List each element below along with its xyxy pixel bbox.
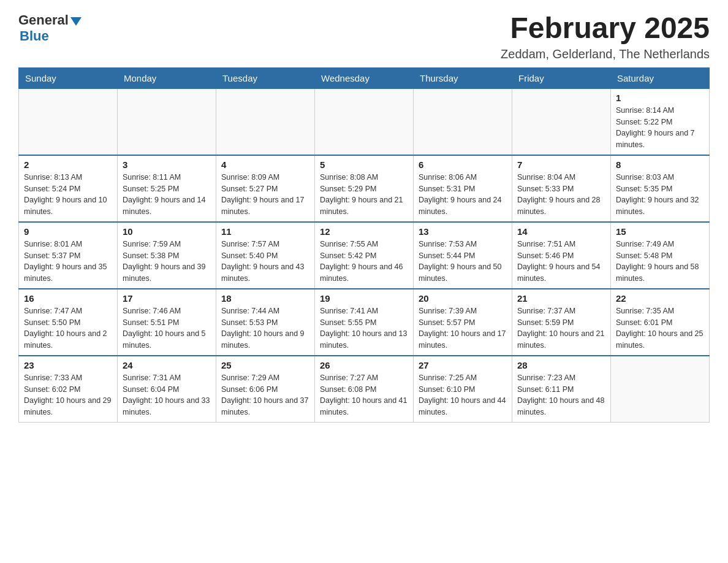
day-info: Sunrise: 7:53 AMSunset: 5:44 PMDaylight:…	[419, 239, 507, 285]
day-info: Sunrise: 7:39 AMSunset: 5:57 PMDaylight:…	[419, 305, 507, 351]
day-number: 12	[320, 226, 408, 237]
calendar-cell	[611, 356, 710, 423]
day-info: Sunrise: 7:33 AMSunset: 6:02 PMDaylight:…	[24, 372, 112, 418]
calendar-cell: 4Sunrise: 8:09 AMSunset: 5:27 PMDaylight…	[216, 155, 315, 222]
calendar-cell: 3Sunrise: 8:11 AMSunset: 5:25 PMDaylight…	[118, 155, 216, 222]
calendar-cell: 20Sunrise: 7:39 AMSunset: 5:57 PMDayligh…	[414, 289, 512, 356]
calendar-cell: 21Sunrise: 7:37 AMSunset: 5:59 PMDayligh…	[512, 289, 611, 356]
day-number: 14	[517, 226, 605, 237]
calendar-cell: 6Sunrise: 8:06 AMSunset: 5:31 PMDaylight…	[414, 155, 512, 222]
day-info: Sunrise: 7:55 AMSunset: 5:42 PMDaylight:…	[320, 239, 408, 285]
day-number: 19	[320, 293, 408, 304]
day-info: Sunrise: 7:41 AMSunset: 5:55 PMDaylight:…	[320, 305, 408, 351]
day-number: 21	[517, 293, 605, 304]
calendar-cell: 1Sunrise: 8:14 AMSunset: 5:22 PMDaylight…	[611, 88, 710, 155]
calendar-cell	[118, 88, 216, 155]
day-number: 6	[419, 159, 507, 170]
day-number: 13	[419, 226, 507, 237]
day-number: 27	[419, 360, 507, 370]
calendar-cell: 19Sunrise: 7:41 AMSunset: 5:55 PMDayligh…	[315, 289, 414, 356]
weekday-header-row: SundayMondayTuesdayWednesdayThursdayFrid…	[19, 67, 710, 88]
day-number: 9	[24, 226, 112, 237]
day-number: 10	[123, 226, 211, 237]
day-number: 24	[123, 360, 211, 370]
day-number: 2	[24, 159, 112, 170]
title-section: February 2025 Zeddam, Gelderland, The Ne…	[501, 12, 710, 61]
calendar-cell: 16Sunrise: 7:47 AMSunset: 5:50 PMDayligh…	[19, 289, 118, 356]
calendar-cell: 23Sunrise: 7:33 AMSunset: 6:02 PMDayligh…	[19, 356, 118, 423]
day-number: 8	[616, 159, 704, 170]
calendar-cell: 22Sunrise: 7:35 AMSunset: 6:01 PMDayligh…	[611, 289, 710, 356]
calendar-cell: 24Sunrise: 7:31 AMSunset: 6:04 PMDayligh…	[118, 356, 216, 423]
day-number: 22	[616, 293, 704, 304]
weekday-header-thursday: Thursday	[414, 67, 512, 88]
day-info: Sunrise: 8:03 AMSunset: 5:35 PMDaylight:…	[616, 172, 704, 218]
calendar-cell: 17Sunrise: 7:46 AMSunset: 5:51 PMDayligh…	[118, 289, 216, 356]
calendar-cell: 28Sunrise: 7:23 AMSunset: 6:11 PMDayligh…	[512, 356, 611, 423]
day-number: 5	[320, 159, 408, 170]
day-number: 23	[24, 360, 112, 370]
day-number: 4	[221, 159, 309, 170]
calendar-title: February 2025	[501, 12, 710, 45]
day-info: Sunrise: 8:01 AMSunset: 5:37 PMDaylight:…	[24, 239, 112, 285]
weekday-header-tuesday: Tuesday	[216, 67, 315, 88]
day-info: Sunrise: 7:59 AMSunset: 5:38 PMDaylight:…	[123, 239, 211, 285]
day-info: Sunrise: 8:04 AMSunset: 5:33 PMDaylight:…	[517, 172, 605, 218]
calendar-cell: 14Sunrise: 7:51 AMSunset: 5:46 PMDayligh…	[512, 222, 611, 289]
day-info: Sunrise: 7:23 AMSunset: 6:11 PMDaylight:…	[517, 372, 605, 418]
day-number: 26	[320, 360, 408, 370]
weekday-header-sunday: Sunday	[19, 67, 118, 88]
calendar-cell: 25Sunrise: 7:29 AMSunset: 6:06 PMDayligh…	[216, 356, 315, 423]
weekday-header-friday: Friday	[512, 67, 611, 88]
day-info: Sunrise: 7:51 AMSunset: 5:46 PMDaylight:…	[517, 239, 605, 285]
day-info: Sunrise: 8:08 AMSunset: 5:29 PMDaylight:…	[320, 172, 408, 218]
calendar-cell: 15Sunrise: 7:49 AMSunset: 5:48 PMDayligh…	[611, 222, 710, 289]
calendar-subtitle: Zeddam, Gelderland, The Netherlands	[501, 47, 710, 61]
calendar-cell: 7Sunrise: 8:04 AMSunset: 5:33 PMDaylight…	[512, 155, 611, 222]
calendar-cell: 9Sunrise: 8:01 AMSunset: 5:37 PMDaylight…	[19, 222, 118, 289]
day-number: 25	[221, 360, 309, 370]
calendar-cell	[216, 88, 315, 155]
calendar-cell: 5Sunrise: 8:08 AMSunset: 5:29 PMDaylight…	[315, 155, 414, 222]
day-number: 28	[517, 360, 605, 370]
calendar-cell: 13Sunrise: 7:53 AMSunset: 5:44 PMDayligh…	[414, 222, 512, 289]
day-number: 7	[517, 159, 605, 170]
calendar-cell	[512, 88, 611, 155]
day-number: 1	[616, 93, 704, 103]
calendar-cell: 26Sunrise: 7:27 AMSunset: 6:08 PMDayligh…	[315, 356, 414, 423]
day-number: 20	[419, 293, 507, 304]
calendar-cell: 2Sunrise: 8:13 AMSunset: 5:24 PMDaylight…	[19, 155, 118, 222]
calendar-cell: 10Sunrise: 7:59 AMSunset: 5:38 PMDayligh…	[118, 222, 216, 289]
day-info: Sunrise: 8:09 AMSunset: 5:27 PMDaylight:…	[221, 172, 309, 218]
day-info: Sunrise: 8:13 AMSunset: 5:24 PMDaylight:…	[24, 172, 112, 218]
day-info: Sunrise: 8:06 AMSunset: 5:31 PMDaylight:…	[419, 172, 507, 218]
calendar-table: SundayMondayTuesdayWednesdayThursdayFrid…	[18, 67, 710, 423]
calendar-cell: 27Sunrise: 7:25 AMSunset: 6:10 PMDayligh…	[414, 356, 512, 423]
calendar-cell: 8Sunrise: 8:03 AMSunset: 5:35 PMDaylight…	[611, 155, 710, 222]
calendar-cell	[414, 88, 512, 155]
calendar-week-row: 9Sunrise: 8:01 AMSunset: 5:37 PMDaylight…	[19, 222, 710, 289]
calendar-week-row: 1Sunrise: 8:14 AMSunset: 5:22 PMDaylight…	[19, 88, 710, 155]
day-number: 3	[123, 159, 211, 170]
day-info: Sunrise: 7:35 AMSunset: 6:01 PMDaylight:…	[616, 305, 704, 351]
day-info: Sunrise: 7:29 AMSunset: 6:06 PMDaylight:…	[221, 372, 309, 418]
calendar-cell: 12Sunrise: 7:55 AMSunset: 5:42 PMDayligh…	[315, 222, 414, 289]
day-info: Sunrise: 8:11 AMSunset: 5:25 PMDaylight:…	[123, 172, 211, 218]
day-info: Sunrise: 7:25 AMSunset: 6:10 PMDaylight:…	[419, 372, 507, 418]
calendar-week-row: 23Sunrise: 7:33 AMSunset: 6:02 PMDayligh…	[19, 356, 710, 423]
day-info: Sunrise: 7:31 AMSunset: 6:04 PMDaylight:…	[123, 372, 211, 418]
day-info: Sunrise: 7:57 AMSunset: 5:40 PMDaylight:…	[221, 239, 309, 285]
day-info: Sunrise: 7:47 AMSunset: 5:50 PMDaylight:…	[24, 305, 112, 351]
weekday-header-monday: Monday	[118, 67, 216, 88]
calendar-week-row: 16Sunrise: 7:47 AMSunset: 5:50 PMDayligh…	[19, 289, 710, 356]
day-number: 16	[24, 293, 112, 304]
calendar-cell	[19, 88, 118, 155]
day-info: Sunrise: 7:44 AMSunset: 5:53 PMDaylight:…	[221, 305, 309, 351]
calendar-cell	[315, 88, 414, 155]
calendar-cell: 11Sunrise: 7:57 AMSunset: 5:40 PMDayligh…	[216, 222, 315, 289]
logo: General Blue	[18, 12, 82, 44]
logo-text-general: General	[18, 12, 69, 28]
page-header: General Blue February 2025 Zeddam, Gelde…	[18, 12, 710, 61]
day-number: 11	[221, 226, 309, 237]
calendar-cell: 18Sunrise: 7:44 AMSunset: 5:53 PMDayligh…	[216, 289, 315, 356]
